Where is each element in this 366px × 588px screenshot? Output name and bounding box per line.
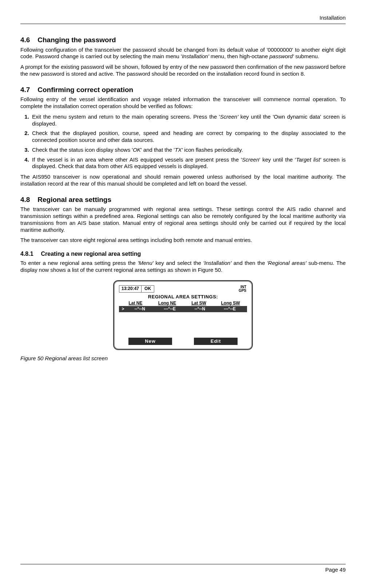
status-time: 13:20:47 (119, 285, 142, 293)
heading-4-7: 4.7 Confirming correct operation (20, 86, 346, 94)
para-4-7-out: The AIS950 transceiver is now operationa… (20, 174, 346, 187)
page-footer: Page 49 (20, 564, 346, 573)
device-screen: 13:20:47 OK INT GPS REGIONAL AREA SETTIN… (118, 285, 248, 346)
heading-number: 4.6 (20, 36, 36, 44)
col-long-sw: Long SW (215, 301, 246, 306)
softkey-edit[interactable]: Edit (194, 338, 238, 345)
col-long-ne: Long NE (151, 301, 183, 306)
figure-50-caption: Figure 50 Regional areas list screen (20, 355, 346, 362)
page-number: Page 49 (325, 567, 346, 573)
device-frame: 13:20:47 OK INT GPS REGIONAL AREA SETTIN… (113, 280, 253, 350)
col-lat-ne: Lat NE (120, 301, 151, 306)
heading-number: 4.8 (20, 195, 36, 204)
row-caret: > (121, 306, 125, 312)
para-4-7-intro: Following entry of the vessel identifica… (20, 96, 346, 110)
indicator-gps: GPS (239, 289, 246, 293)
status-bar: 13:20:47 OK INT GPS (118, 285, 248, 293)
heading-4-6: 4.6 Changing the password (20, 36, 346, 44)
para-4-8-1-1: To enter a new regional area setting pre… (20, 260, 346, 274)
heading-title: Regional area settings (37, 196, 111, 203)
heading-4-8-1: 4.8.1 Creating a new regional area setti… (20, 250, 346, 258)
para-4-6-1: Following configuration of the transceiv… (20, 47, 346, 60)
col-lat-sw: Lat SW (183, 301, 215, 306)
step-4: If the vessel is in an area where other … (31, 156, 346, 170)
heading-title: Creating a new regional area setting (41, 251, 141, 257)
status-indicators: INT GPS (239, 285, 247, 293)
heading-title: Confirming correct operation (37, 86, 133, 94)
header-section: Installation (319, 15, 346, 21)
steps-4-7: Exit the menu system and return to the m… (31, 114, 346, 170)
screen-title: REGIONAL AREA SETTINGS: (118, 293, 248, 301)
selected-row[interactable]: > --°--N ---°--E --°--N ---°--E (119, 306, 247, 312)
softkey-new[interactable]: New (128, 338, 172, 345)
heading-4-8: 4.8 Regional area settings (20, 195, 346, 204)
status-ok: OK (142, 285, 154, 293)
step-1: Exit the menu system and return to the m… (31, 114, 346, 127)
heading-number: 4.8.1 (20, 250, 39, 258)
cell-long-sw: ---°--E (215, 306, 245, 312)
cell-lat-sw: --°--N (185, 306, 215, 312)
step-3: Check that the status icon display shows… (31, 147, 346, 154)
step-2: Check that the displayed position, cours… (31, 130, 346, 144)
figure-50: 13:20:47 OK INT GPS REGIONAL AREA SETTIN… (20, 280, 346, 350)
para-4-6-2: A prompt for the existing password will … (20, 64, 346, 78)
indicator-int: INT (239, 285, 246, 289)
column-headers: Lat NE Long NE Lat SW Long SW (118, 301, 248, 306)
heading-title: Changing the password (37, 36, 116, 44)
softkey-row: New Edit (118, 338, 248, 346)
para-4-8-2: The transceiver can store eight regional… (20, 237, 346, 244)
cell-lat-ne: --°--N (125, 306, 155, 312)
page-header: Installation (20, 15, 346, 24)
cell-long-ne: ---°--E (155, 306, 185, 312)
para-4-8-1: The transceiver can be manually programm… (20, 206, 346, 233)
heading-number: 4.7 (20, 86, 36, 94)
